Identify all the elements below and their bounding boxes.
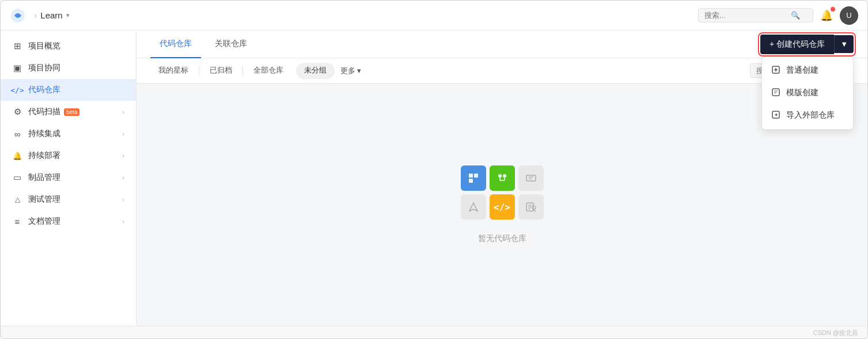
sidebar-label-collaboration: 项目协同 [28, 63, 124, 73]
sidebar-item-overview[interactable]: ⊞ 项目概览 [1, 35, 136, 57]
filter-divider-1 [199, 66, 199, 76]
template-create-icon [771, 88, 780, 99]
sidebar-label-ci: 持续集成 [28, 129, 116, 139]
beta-badge: beta [64, 108, 79, 116]
empty-icon-1 [461, 165, 486, 191]
sidebar-item-code-repo[interactable]: </> 代码仓库 [1, 79, 136, 101]
sidebar-label-docs: 文档管理 [28, 216, 116, 227]
filter-my-stars[interactable]: 我的星标 [150, 58, 196, 84]
cd-icon: 🔔 [12, 150, 22, 161]
sidebar-item-cd[interactable]: 🔔 持续部署 › [1, 145, 136, 167]
svg-rect-8 [469, 174, 473, 178]
filter-more-chevron-icon: ▾ [357, 66, 361, 75]
product-icon: ▭ [12, 172, 22, 183]
main-content: 代码仓库 关联仓库 + 创建代码仓库 ▼ 普通创 [137, 31, 867, 326]
filter-ungrouped[interactable]: 未分组 [296, 63, 335, 79]
search-icon: 🔍 [791, 11, 800, 20]
empty-state-text: 暂无代码仓库 [478, 233, 526, 244]
svg-rect-16 [526, 175, 536, 181]
chevron-right-icon-docs: › [122, 218, 124, 225]
sidebar-item-product[interactable]: ▭ 制品管理 › [1, 167, 136, 189]
sidebar-label-overview: 项目概览 [28, 41, 124, 51]
ci-icon: ∞ [12, 129, 22, 139]
sidebar-item-collaboration[interactable]: ▣ 项目协同 [1, 57, 136, 79]
chevron-right-icon: › [122, 108, 124, 115]
header-breadcrumb-separator: › [34, 10, 37, 21]
avatar[interactable]: U [840, 6, 858, 25]
empty-icon-4 [461, 194, 486, 220]
svg-rect-9 [474, 174, 478, 178]
bottom-bar: CSDN @疫北辰 [1, 326, 867, 339]
header-logo [10, 7, 26, 24]
sidebar-label-code-repo: 代码仓库 [28, 85, 124, 95]
import-external-icon [771, 110, 780, 121]
chevron-right-icon-cd: › [122, 152, 124, 159]
project-name[interactable]: Learn ▼ [40, 10, 70, 20]
test-icon: △ [12, 194, 22, 205]
scan-icon: ⚙ [12, 107, 22, 117]
chevron-right-icon-product: › [122, 174, 124, 181]
docs-icon: ≡ [12, 216, 22, 227]
svg-point-12 [503, 174, 506, 178]
normal-create-icon [771, 65, 780, 76]
svg-point-23 [532, 206, 536, 209]
sidebar-item-test[interactable]: △ 测试管理 › [1, 189, 136, 210]
create-repo-dropdown-menu: 普通创建 模版创建 导入外部仓库 [761, 56, 854, 130]
notification-badge [831, 7, 835, 12]
code-icon: </> [12, 85, 22, 95]
app-header: › Learn ▼ 🔍 🔔 U [1, 1, 867, 31]
sidebar-label-test: 测试管理 [28, 194, 116, 205]
svg-rect-4 [772, 89, 779, 96]
sidebar-item-docs[interactable]: ≡ 文档管理 › [1, 210, 136, 232]
svg-rect-10 [469, 179, 473, 183]
dropdown-item-template-create[interactable]: 模版创建 [762, 82, 853, 104]
empty-icon-3 [518, 165, 544, 191]
tab-related-repo[interactable]: 关联仓库 [206, 31, 256, 58]
content-area: </> 暂无代码仓库 [137, 84, 867, 326]
header-search-box[interactable]: 🔍 [698, 8, 813, 22]
sidebar-label-product: 制品管理 [28, 172, 116, 183]
sidebar-item-ci[interactable]: ∞ 持续集成 › [1, 123, 136, 145]
chevron-down-icon: ▼ [65, 12, 71, 18]
main-layout: ⊞ 项目概览 ▣ 项目协同 </> 代码仓库 ⚙ 代码扫描 beta › ∞ 持… [1, 31, 867, 326]
sidebar-label-cd: 持续部署 [28, 150, 116, 161]
filter-divider-2 [242, 66, 243, 76]
filter-all[interactable]: 全部仓库 [245, 58, 291, 84]
sidebar: ⊞ 项目概览 ▣ 项目协同 </> 代码仓库 ⚙ 代码扫描 beta › ∞ 持… [1, 31, 137, 326]
filter-archived[interactable]: 已归档 [202, 58, 240, 84]
tabs-bar: 代码仓库 关联仓库 + 创建代码仓库 ▼ 普通创 [137, 31, 867, 58]
dropdown-item-normal-create[interactable]: 普通创建 [762, 59, 853, 82]
bottom-bar-text: CSDN @疫北辰 [813, 329, 858, 337]
chevron-right-icon-ci: › [122, 130, 124, 137]
tab-code-repo[interactable]: 代码仓库 [150, 31, 201, 58]
filter-more[interactable]: 更多 ▾ [335, 66, 367, 76]
create-repo-dropdown-button[interactable]: ▼ [834, 35, 854, 53]
chevron-right-icon-test: › [122, 196, 124, 203]
empty-icon-5: </> [490, 194, 515, 220]
svg-point-11 [498, 174, 502, 178]
notification-bell[interactable]: 🔔 [820, 9, 833, 22]
filter-bar: 我的星标 已归档 全部仓库 未分组 更多 ▾ 🔍 [137, 58, 867, 84]
sidebar-label-code-scan: 代码扫描 beta [28, 107, 116, 117]
header-search-input[interactable] [704, 11, 791, 20]
dropdown-arrow-icon: ▼ [840, 40, 848, 48]
dropdown-item-import-external[interactable]: 导入外部仓库 [762, 104, 853, 127]
sidebar-item-code-scan[interactable]: ⚙ 代码扫描 beta › [1, 101, 136, 123]
empty-icon-6 [518, 194, 544, 220]
collab-icon: ▣ [12, 63, 22, 73]
header-right: 🔍 🔔 U [698, 6, 858, 25]
empty-icon-2 [490, 165, 515, 191]
empty-state-icon-grid: </> [461, 165, 544, 220]
create-repo-button-group: + 创建代码仓库 ▼ 普通创建 [760, 35, 854, 54]
create-repo-main-button[interactable]: + 创建代码仓库 [760, 35, 834, 54]
home-icon: ⊞ [12, 41, 22, 51]
